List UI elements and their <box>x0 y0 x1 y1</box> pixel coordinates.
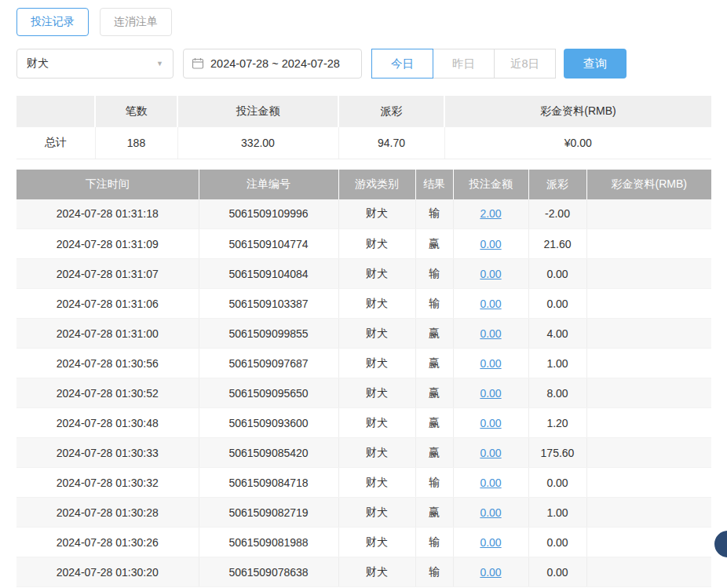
order-id-cell: 5061509081988 <box>199 528 338 557</box>
filter-bar: 财犬 ▼ 2024-07-28 ~ 2024-07-28 今日 昨日 近8日 查… <box>16 49 711 79</box>
quick-button-yesterday[interactable]: 昨日 <box>433 49 495 79</box>
date-range-picker[interactable]: 2024-07-28 ~ 2024-07-28 <box>183 49 362 79</box>
game-type-cell: 财犬 <box>338 438 415 468</box>
payout-cell: -2.00 <box>528 199 586 229</box>
payout-cell: 0.00 <box>528 528 586 557</box>
bonus-cell <box>586 498 711 528</box>
bet-amount-cell: 0.00 <box>453 468 528 498</box>
bet-amount-link[interactable]: 0.00 <box>480 298 501 310</box>
bet-amount-cell: 0.00 <box>453 378 528 408</box>
order-id-cell: 5061509109996 <box>199 199 338 229</box>
bonus-cell <box>586 438 711 468</box>
bet-amount-link[interactable]: 0.00 <box>480 536 501 549</box>
bet-amount-cell: 0.00 <box>453 438 528 468</box>
result-cell: 输 <box>415 259 453 289</box>
bet-amount-cell: 0.00 <box>453 229 528 259</box>
payout-cell: 0.00 <box>528 468 586 498</box>
game-type-cell: 财犬 <box>338 289 415 319</box>
bonus-cell <box>586 557 711 587</box>
table-row: 2024-07-28 01:30:565061509097687财犬赢0.001… <box>16 349 711 378</box>
bet-time-cell: 2024-07-28 01:31:07 <box>16 259 199 289</box>
bet-amount-link[interactable]: 0.00 <box>480 327 501 340</box>
quick-date-buttons: 今日 昨日 近8日 <box>371 49 556 79</box>
bet-amount-link[interactable]: 2.00 <box>480 207 501 220</box>
summary-header-empty <box>16 96 95 127</box>
summary-header-bet-amount: 投注金额 <box>177 96 338 127</box>
order-id-cell: 5061509099855 <box>199 319 338 349</box>
game-type-cell: 财犬 <box>338 319 415 349</box>
bonus-cell <box>586 289 711 319</box>
tab-betting-records[interactable]: 投注记录 <box>16 8 89 36</box>
search-button[interactable]: 查询 <box>564 49 627 79</box>
result-cell: 赢 <box>415 438 453 468</box>
payout-cell: 1.20 <box>528 408 586 438</box>
bet-amount-link[interactable]: 0.00 <box>480 477 501 489</box>
result-cell: 赢 <box>415 498 453 528</box>
bet-time-cell: 2024-07-28 01:30:26 <box>16 528 199 557</box>
game-type-cell: 财犬 <box>338 557 415 587</box>
bet-amount-cell: 0.00 <box>453 498 528 528</box>
payout-cell: 4.00 <box>528 319 586 349</box>
bonus-cell <box>586 408 711 438</box>
bet-amount-cell: 0.00 <box>453 528 528 557</box>
quick-button-last-8-days[interactable]: 近8日 <box>494 49 556 79</box>
game-select[interactable]: 财犬 ▼ <box>16 49 174 79</box>
tab-canceled-orders[interactable]: 连消注单 <box>100 8 172 36</box>
table-row: 2024-07-28 01:31:065061509103387财犬输0.000… <box>16 289 711 319</box>
floating-service-button[interactable] <box>714 531 727 557</box>
bet-amount-link[interactable]: 0.00 <box>480 566 501 579</box>
order-id-cell: 5061509104774 <box>199 229 338 259</box>
result-cell: 赢 <box>415 349 453 378</box>
result-cell: 输 <box>415 289 453 319</box>
bonus-cell <box>586 468 711 498</box>
bonus-cell <box>586 259 711 289</box>
game-type-cell: 财犬 <box>338 528 415 557</box>
bet-amount-link[interactable]: 0.00 <box>480 506 501 519</box>
table-row: 2024-07-28 01:31:005061509099855财犬赢0.004… <box>16 319 711 349</box>
bet-amount-cell: 2.00 <box>453 199 528 229</box>
table-row: 2024-07-28 01:30:205061509078638财犬输0.000… <box>16 557 711 587</box>
order-id-cell: 5061509078638 <box>199 557 338 587</box>
summary-header-row: 笔数 投注金额 派彩 彩金资料(RMB) <box>16 96 711 127</box>
header-payout: 派彩 <box>528 170 586 199</box>
bet-amount-link[interactable]: 0.00 <box>480 238 501 250</box>
header-game-type: 游戏类别 <box>338 170 415 199</box>
bonus-cell <box>586 349 711 378</box>
order-id-cell: 5061509103387 <box>199 289 338 319</box>
summary-total-row: 总计 188 332.00 94.70 ¥0.00 <box>16 127 711 159</box>
header-order-id: 注单编号 <box>199 170 338 199</box>
header-bet-amount: 投注金额 <box>453 170 528 199</box>
bet-time-cell: 2024-07-28 01:31:00 <box>16 319 199 349</box>
summary-header-bonus: 彩金资料(RMB) <box>444 96 711 127</box>
records-table-body: 2024-07-28 01:31:185061509109996财犬输2.00-… <box>16 199 711 587</box>
game-type-cell: 财犬 <box>338 378 415 408</box>
summary-total-count: 188 <box>95 127 177 159</box>
bet-amount-cell: 0.00 <box>453 349 528 378</box>
bet-amount-link[interactable]: 0.00 <box>480 357 501 370</box>
table-row: 2024-07-28 01:30:325061509084718财犬输0.000… <box>16 468 711 498</box>
bet-amount-cell: 0.00 <box>453 319 528 349</box>
bet-amount-link[interactable]: 0.00 <box>480 268 501 280</box>
bet-amount-link[interactable]: 0.00 <box>480 417 501 429</box>
order-id-cell: 5061509093600 <box>199 408 338 438</box>
table-row: 2024-07-28 01:30:485061509093600财犬赢0.001… <box>16 408 711 438</box>
game-type-cell: 财犬 <box>338 349 415 378</box>
bet-time-cell: 2024-07-28 01:31:06 <box>16 289 199 319</box>
bet-amount-cell: 0.00 <box>453 408 528 438</box>
quick-button-today[interactable]: 今日 <box>371 49 433 79</box>
bet-time-cell: 2024-07-28 01:30:28 <box>16 498 199 528</box>
chevron-down-icon: ▼ <box>156 60 163 68</box>
summary-header-count: 笔数 <box>95 96 177 127</box>
payout-cell: 0.00 <box>528 557 586 587</box>
table-row: 2024-07-28 01:31:075061509104084财犬输0.000… <box>16 259 711 289</box>
header-bet-time: 下注时间 <box>16 170 199 199</box>
records-header-row: 下注时间 注单编号 游戏类别 结果 投注金额 派彩 彩金资料(RMB) <box>16 170 711 199</box>
bet-time-cell: 2024-07-28 01:30:52 <box>16 378 199 408</box>
bonus-cell <box>586 229 711 259</box>
bet-amount-link[interactable]: 0.00 <box>480 447 501 459</box>
header-bonus: 彩金资料(RMB) <box>586 170 711 199</box>
bet-time-cell: 2024-07-28 01:31:09 <box>16 229 199 259</box>
bet-amount-link[interactable]: 0.00 <box>480 387 501 400</box>
payout-cell: 175.60 <box>528 438 586 468</box>
bet-time-cell: 2024-07-28 01:30:33 <box>16 438 199 468</box>
